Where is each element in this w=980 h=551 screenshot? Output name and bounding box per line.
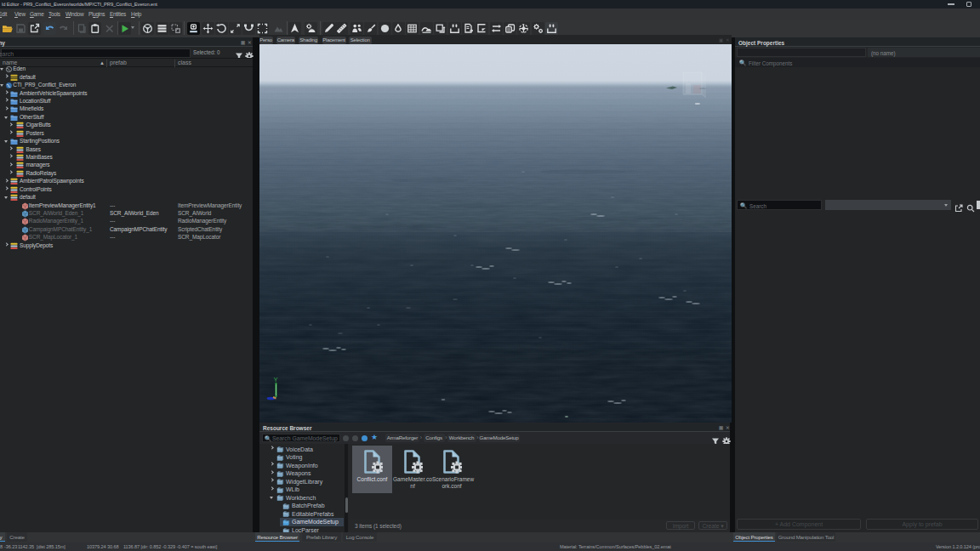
svg-text:Y: Y	[274, 377, 278, 383]
